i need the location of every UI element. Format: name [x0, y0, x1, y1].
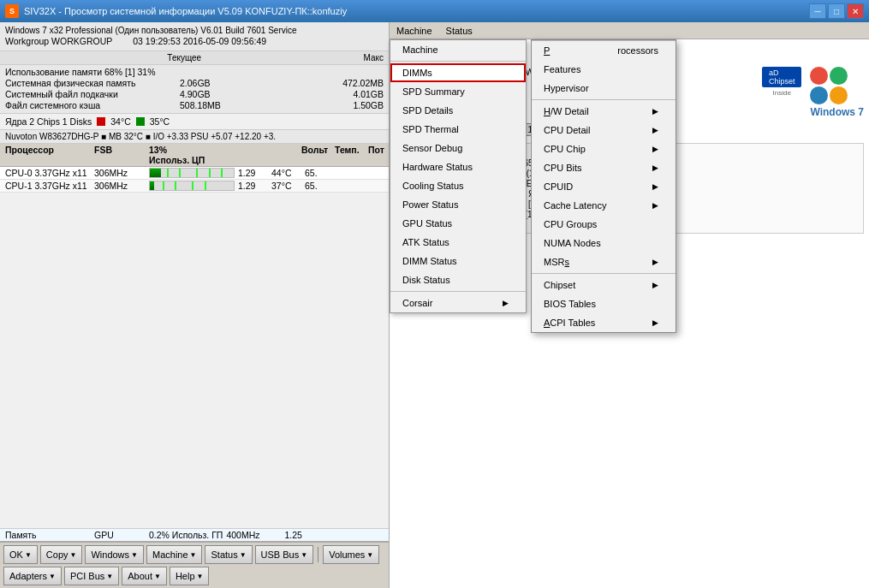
chipset-logo: aDChipset Inside — [762, 67, 802, 118]
menu-item-cpu-bits[interactable]: CPU Bits ▶ — [532, 158, 676, 177]
cache-latency-arrow-icon: ▶ — [652, 201, 658, 210]
machine-dropdown[interactable]: Machine DIMMs SPD Summary SPD Details SP… — [390, 39, 527, 313]
memory-rows: Использование памяти 68% [1] 31% Системн… — [0, 65, 389, 114]
copy-button[interactable]: Copy ▼ — [40, 545, 83, 564]
processors-dropdown[interactable]: Processors Features Hypervisor H/W Detai… — [531, 39, 676, 333]
cores-label: Ядра 2 Chips 1 Disks — [5, 116, 92, 127]
windows-button[interactable]: Windows ▼ — [85, 545, 144, 564]
menu-item-cpu-chip[interactable]: CPU Chip ▶ — [532, 140, 676, 158]
current-label: Текущее — [167, 53, 201, 62]
cpu1-row[interactable]: CPU-1 3.37GHz x11 306MHz 1.29 37°C 65. — [0, 180, 389, 193]
menu-item-spd-details[interactable]: SPD Details — [390, 101, 526, 120]
windows7-logo: Windows 7 — [810, 67, 864, 118]
menu-item-chipset[interactable]: Chipset ▶ — [532, 276, 676, 294]
workgroup-line: Workgroup WORKGROUP — [5, 36, 112, 46]
menu-item-spd-thermal[interactable]: SPD Thermal — [390, 120, 526, 139]
maximize-button[interactable]: □ — [828, 3, 845, 19]
help-button[interactable]: Help ▼ — [170, 567, 210, 585]
chipset-arrow-icon: ▶ — [652, 281, 658, 289]
menu-sep-chipset — [532, 273, 676, 274]
menu-item-cpu-detail[interactable]: CPU Detail ▶ — [532, 121, 676, 140]
menu-item-bios-tables[interactable]: BIOS Tables — [532, 294, 676, 313]
menu-item-cache-latency[interactable]: Cache Latency ▶ — [532, 196, 676, 215]
menu-sep-1 — [390, 61, 526, 62]
windows7-text: Windows 7 — [810, 106, 864, 118]
menu-bar-status[interactable]: Status — [439, 22, 479, 39]
window-title: SIV32X - Просмотр системной информации V… — [24, 6, 347, 16]
menu-item-hypervisor[interactable]: Hypervisor — [532, 79, 676, 98]
main-area: Windows 7 x32 Professional (Один пользов… — [0, 22, 869, 588]
cpu0-row[interactable]: CPU-0 3.37GHz x11 306MHz 1.29 44°C 65. — [0, 167, 389, 180]
syscache-row: Файл системного кэша 508.18MB 1.50GB — [5, 100, 384, 110]
status-button[interactable]: Status ▼ — [205, 545, 252, 564]
toolbar-separator — [318, 547, 318, 562]
menu-item-atk-status[interactable]: ATK Status — [390, 233, 526, 252]
menu-item-numa-nodes[interactable]: NUMA Nodes — [532, 234, 676, 252]
menu-item-cpu-groups[interactable]: CPU Groups — [532, 215, 676, 234]
pagefile-row: Системный файл подкачки 4.90GB 4.01GB — [5, 89, 384, 99]
menu-item-msrs[interactable]: MSRs ▶ — [532, 252, 676, 271]
pci-bus-button[interactable]: PCI Bus ▼ — [64, 567, 119, 585]
cpuid-arrow-icon: ▶ — [652, 182, 658, 191]
win-logo-green — [830, 67, 848, 85]
hw-detail-arrow-icon: ▶ — [652, 107, 658, 116]
system-info-section: Windows 7 x32 Professional (Один пользов… — [0, 22, 389, 51]
menu-bar-strip: Machine Status — [390, 22, 869, 39]
cores-row: Ядра 2 Chips 1 Disks 34°C 35°C — [0, 114, 389, 130]
menu-sep-2 — [390, 291, 526, 292]
memory-header: Текущее Макс — [0, 51, 389, 65]
machine-button[interactable]: Machine ▼ — [146, 545, 203, 564]
menu-item-processors[interactable]: Processors — [532, 40, 676, 60]
menu-item-dimm-status[interactable]: DIMM Status — [390, 252, 526, 270]
cpu0-bar — [149, 168, 235, 178]
cpu-table: CPU-0 3.37GHz x11 306MHz 1.29 44°C 65. C… — [0, 167, 389, 528]
max-label: Макс — [364, 53, 384, 62]
menu-item-spd-summary[interactable]: SPD Summary — [390, 82, 526, 101]
cpu-bits-arrow-icon: ▶ — [652, 163, 658, 172]
ok-button[interactable]: OK ▼ — [3, 545, 38, 564]
adapters-button[interactable]: Adapters ▼ — [3, 567, 62, 585]
app-icon: S — [5, 4, 19, 18]
win-logo-blue — [810, 86, 828, 104]
minimize-button[interactable]: ─ — [809, 3, 826, 19]
menu-item-dimms[interactable]: DIMMs — [390, 63, 526, 82]
menu-item-hw-detail[interactable]: H/W Detail ▶ — [532, 102, 676, 121]
temp1-color-box — [97, 117, 105, 126]
win-logo-yellow — [830, 86, 848, 104]
corsair-arrow-icon: ▶ — [503, 299, 509, 307]
menu-item-hardware-status[interactable]: Hardware Status — [390, 157, 526, 176]
menu-item-disk-status[interactable]: Disk Status — [390, 270, 526, 289]
menu-item-cpuid[interactable]: CPUID ▶ — [532, 177, 676, 196]
gpu-row[interactable]: Память GPU 0.2% Использ. ГП 400MHz 1.25 — [0, 528, 389, 541]
cpu-table-header: Процессор FSB 13% Использ. ЦП Вольт Темп… — [0, 144, 389, 167]
acpi-arrow-icon: ▶ — [652, 318, 658, 327]
menu-sep-hw — [532, 99, 676, 100]
menu-item-acpi-tables[interactable]: ACPI Tables ▶ — [532, 313, 676, 332]
menu-bar-machine[interactable]: Machine — [390, 22, 439, 39]
menu-item-sensor-debug[interactable]: Sensor Debug — [390, 139, 526, 157]
menu-item-cooling-status[interactable]: Cooling Status — [390, 176, 526, 195]
left-panel: Windows 7 x32 Professional (Один пользов… — [0, 22, 390, 588]
title-bar: S SIV32X - Просмотр системной информации… — [0, 0, 869, 22]
temp2-value: 35°C — [150, 116, 170, 127]
cpu-detail-arrow-icon: ▶ — [652, 126, 658, 134]
memory-usage-row: Использование памяти 68% [1] 31% — [5, 67, 384, 77]
msrs-arrow-icon: ▶ — [652, 258, 658, 266]
about-button[interactable]: About ▼ — [122, 567, 167, 585]
menu-item-features[interactable]: Features — [532, 60, 676, 79]
close-button[interactable]: ✕ — [847, 3, 864, 19]
nuvoton-row: Nuvoton W83627DHG-P ■ МВ 32°C ■ I/O +3.3… — [0, 130, 389, 144]
bottom-toolbar: OK ▼ Copy ▼ Windows ▼ Machine ▼ Status ▼… — [0, 541, 389, 588]
volumes-button[interactable]: Volumes ▼ — [323, 545, 379, 564]
temp2-color-box — [136, 117, 145, 126]
menu-item-gpu-status[interactable]: GPU Status — [390, 214, 526, 233]
physical-memory-row: Системная физическая память 2.06GB 472.0… — [5, 78, 384, 88]
cpu1-bar — [149, 181, 235, 191]
os-line: Windows 7 x32 Professional (Один пользов… — [5, 26, 297, 35]
usb-bus-button[interactable]: USB Bus ▼ — [255, 545, 314, 564]
temp1-value: 34°C — [110, 116, 130, 127]
menu-item-corsair[interactable]: Corsair ▶ — [390, 294, 526, 312]
cpu-chip-arrow-icon: ▶ — [652, 145, 658, 153]
menu-item-machine[interactable]: Machine — [390, 40, 526, 59]
menu-item-power-status[interactable]: Power Status — [390, 195, 526, 214]
